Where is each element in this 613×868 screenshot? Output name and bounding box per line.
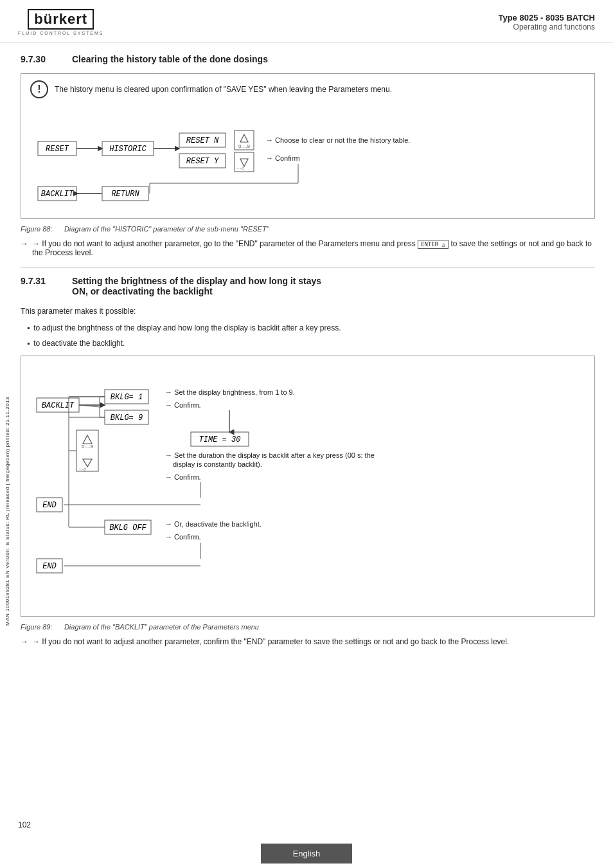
svg-text:RESET Y: RESET Y [186,157,219,166]
section-9731-para: This parameter makes it possible: [21,305,595,317]
header: bürkert FLUID CONTROL SYSTEMS Type 8025 … [0,0,613,42]
section-9731-heading: 9.7.31 Setting the brightness of the dis… [21,276,595,296]
svg-text:RETURN: RETURN [111,190,139,199]
svg-text:····◁: ····◁ [78,467,87,471]
svg-text:BACKLIT: BACKLIT [42,401,75,410]
svg-text:HISTORIC: HISTORIC [109,145,147,154]
info-row: ! The history menu is cleared upon confi… [30,80,585,98]
section-9730-title: Clearing the history table of the done d… [72,54,268,64]
warning-text: The history menu is cleared upon confirm… [55,85,392,94]
svg-marker-11 [240,134,248,142]
section-9731: 9.7.31 Setting the brightness of the dis… [21,276,595,646]
diagram-box-9730: ! The history menu is cleared upon confi… [21,73,595,219]
bullet-2: ▪ to deactivate the backlight. [27,338,595,349]
logo-burkert: bürkert [28,9,94,30]
svg-text:→ Confirm.: → Confirm. [165,533,201,541]
svg-rect-34 [76,430,98,471]
note-9730: → → If you do not want to adjust another… [21,239,595,257]
svg-text:0....9: 0....9 [82,444,93,449]
figure-caption-88: Figure 88: Diagram of the "HISTORIC" par… [21,225,595,233]
note-9730-text: → If you do not want to adjust another p… [32,239,595,257]
header-title: Type 8025 - 8035 BATCH [498,13,595,23]
svg-text:→ Confirm: → Confirm [266,154,300,162]
svg-text:→ Confirm.: → Confirm. [165,401,201,409]
section-9731-num: 9.7.31 [21,276,59,296]
header-right: Type 8025 - 8035 BATCH Operating and fun… [498,13,595,32]
bullet-1: ▪ to adjust the brightness of the displa… [27,322,595,334]
section-9730-num: 9.7.30 [21,54,59,64]
figure-88-num: Figure 88: [21,225,53,233]
warning-icon: ! [30,80,48,98]
section-9730-heading: 9.7.30 Clearing the history table of the… [21,54,595,64]
figure-89-desc: Diagram of the "BACKLIT" parameter of th… [64,623,259,631]
logo-area: bürkert FLUID CONTROL SYSTEMS [18,9,104,35]
svg-text:→ Set the display brightness, : → Set the display brightness, from 1 to … [165,388,295,396]
svg-text:····◁: ····◁ [236,166,245,170]
svg-text:RESET N: RESET N [186,136,219,145]
svg-text:→ Set the duration the display: → Set the duration the display is backli… [165,451,375,459]
svg-text:END: END [42,562,57,571]
note-9731: → → If you do not want to adjust another… [21,637,595,646]
diagram-svg-9731: BACKLIT BKLG= 1 BKLG= 9 0....9 ····◁ [30,363,570,607]
svg-text:BKLG= 9: BKLG= 9 [111,413,143,422]
svg-text:END: END [42,501,57,510]
svg-text:BKLG= 1: BKLG= 1 [111,393,143,402]
svg-text:BKLG OFF: BKLG OFF [109,523,147,532]
main-content: 9.7.30 Clearing the history table of the… [0,42,613,685]
note-9731-text: → If you do not want to adjust another p… [32,637,509,646]
header-subtitle: Operating and functions [498,23,595,32]
footer-language: English [261,844,353,863]
diagram-box-9731: BACKLIT BKLG= 1 BKLG= 9 0....9 ····◁ [21,356,595,617]
svg-text:BACKLIT: BACKLIT [41,190,74,199]
figure-caption-89: Figure 89: Diagram of the "BACKLIT" para… [21,623,595,631]
figure-89-num: Figure 89: [21,623,53,631]
figure-88-desc: Diagram of the "HISTORIC" parameter of t… [64,225,269,233]
svg-marker-35 [83,435,92,444]
divider [21,267,595,268]
svg-marker-37 [83,459,92,467]
svg-text:RESET: RESET [46,145,69,154]
footer: English [0,838,613,868]
diagram-svg-9730: RESET HISTORIC RESET N RESET Y 0....9 ··… [31,106,584,209]
logo-sub: FLUID CONTROL SYSTEMS [18,31,104,35]
sidebar-text: MAN 1000199281 EN Version: B Status: RL … [0,206,14,817]
svg-text:→ Choose to clear or not the t: → Choose to clear or not the the history… [266,136,410,144]
svg-text:0....9: 0....9 [238,143,250,149]
section-9731-title: Setting the brightness of the display an… [72,276,321,296]
page-number: 102 [18,820,31,829]
svg-text:→ Confirm.: → Confirm. [165,473,201,481]
svg-text:display is constantly backlit): display is constantly backlit). [173,460,262,468]
svg-text:→ Or, deactivate the backlight: → Or, deactivate the backlight. [165,520,262,528]
svg-text:TIME = 30: TIME = 30 [199,435,241,444]
